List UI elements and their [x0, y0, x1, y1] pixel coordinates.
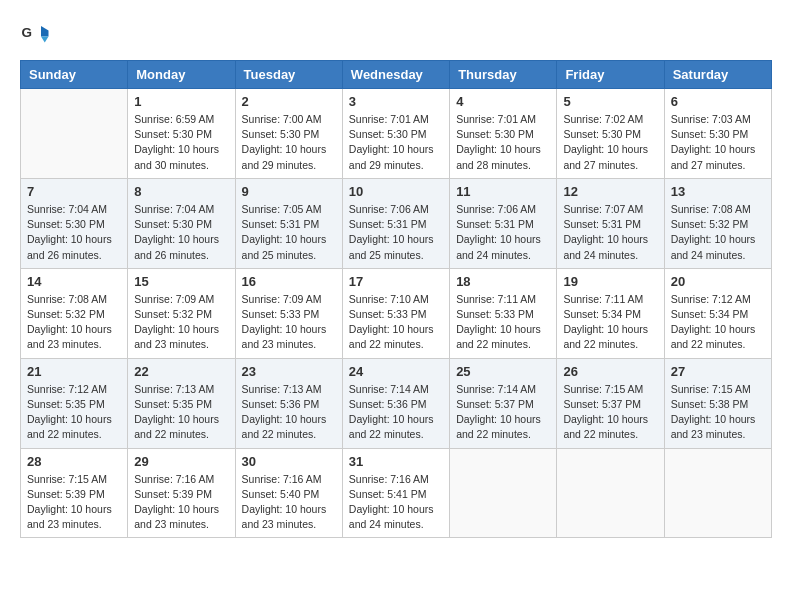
day-number: 9 [242, 184, 336, 199]
day-info: Sunrise: 7:05 AMSunset: 5:31 PMDaylight:… [242, 202, 336, 263]
day-info: Sunrise: 7:13 AMSunset: 5:36 PMDaylight:… [242, 382, 336, 443]
calendar-cell: 4Sunrise: 7:01 AMSunset: 5:30 PMDaylight… [450, 89, 557, 179]
calendar-week-row: 14Sunrise: 7:08 AMSunset: 5:32 PMDayligh… [21, 268, 772, 358]
calendar-cell: 28Sunrise: 7:15 AMSunset: 5:39 PMDayligh… [21, 448, 128, 538]
day-info: Sunrise: 7:04 AMSunset: 5:30 PMDaylight:… [27, 202, 121, 263]
day-info: Sunrise: 7:01 AMSunset: 5:30 PMDaylight:… [456, 112, 550, 173]
day-number: 29 [134, 454, 228, 469]
day-number: 8 [134, 184, 228, 199]
day-number: 31 [349, 454, 443, 469]
day-number: 24 [349, 364, 443, 379]
calendar-cell: 18Sunrise: 7:11 AMSunset: 5:33 PMDayligh… [450, 268, 557, 358]
day-number: 23 [242, 364, 336, 379]
weekday-header: Tuesday [235, 61, 342, 89]
calendar-cell: 2Sunrise: 7:00 AMSunset: 5:30 PMDaylight… [235, 89, 342, 179]
calendar-cell: 21Sunrise: 7:12 AMSunset: 5:35 PMDayligh… [21, 358, 128, 448]
day-info: Sunrise: 7:00 AMSunset: 5:30 PMDaylight:… [242, 112, 336, 173]
calendar-body: 1Sunrise: 6:59 AMSunset: 5:30 PMDaylight… [21, 89, 772, 538]
day-info: Sunrise: 7:01 AMSunset: 5:30 PMDaylight:… [349, 112, 443, 173]
day-number: 30 [242, 454, 336, 469]
day-info: Sunrise: 7:08 AMSunset: 5:32 PMDaylight:… [671, 202, 765, 263]
calendar-cell: 22Sunrise: 7:13 AMSunset: 5:35 PMDayligh… [128, 358, 235, 448]
calendar-week-row: 1Sunrise: 6:59 AMSunset: 5:30 PMDaylight… [21, 89, 772, 179]
calendar-cell: 16Sunrise: 7:09 AMSunset: 5:33 PMDayligh… [235, 268, 342, 358]
calendar-cell: 17Sunrise: 7:10 AMSunset: 5:33 PMDayligh… [342, 268, 449, 358]
calendar-week-row: 21Sunrise: 7:12 AMSunset: 5:35 PMDayligh… [21, 358, 772, 448]
day-number: 3 [349, 94, 443, 109]
day-number: 6 [671, 94, 765, 109]
svg-marker-1 [41, 26, 49, 37]
day-info: Sunrise: 6:59 AMSunset: 5:30 PMDaylight:… [134, 112, 228, 173]
calendar-cell: 11Sunrise: 7:06 AMSunset: 5:31 PMDayligh… [450, 178, 557, 268]
day-number: 20 [671, 274, 765, 289]
day-number: 21 [27, 364, 121, 379]
calendar-week-row: 28Sunrise: 7:15 AMSunset: 5:39 PMDayligh… [21, 448, 772, 538]
svg-marker-2 [41, 37, 49, 43]
day-info: Sunrise: 7:04 AMSunset: 5:30 PMDaylight:… [134, 202, 228, 263]
weekday-header: Wednesday [342, 61, 449, 89]
day-info: Sunrise: 7:15 AMSunset: 5:39 PMDaylight:… [27, 472, 121, 533]
calendar-cell: 26Sunrise: 7:15 AMSunset: 5:37 PMDayligh… [557, 358, 664, 448]
day-info: Sunrise: 7:14 AMSunset: 5:37 PMDaylight:… [456, 382, 550, 443]
calendar-cell [21, 89, 128, 179]
weekday-header: Monday [128, 61, 235, 89]
day-number: 15 [134, 274, 228, 289]
day-info: Sunrise: 7:07 AMSunset: 5:31 PMDaylight:… [563, 202, 657, 263]
day-info: Sunrise: 7:12 AMSunset: 5:34 PMDaylight:… [671, 292, 765, 353]
day-info: Sunrise: 7:16 AMSunset: 5:40 PMDaylight:… [242, 472, 336, 533]
day-number: 14 [27, 274, 121, 289]
calendar-cell: 25Sunrise: 7:14 AMSunset: 5:37 PMDayligh… [450, 358, 557, 448]
day-info: Sunrise: 7:08 AMSunset: 5:32 PMDaylight:… [27, 292, 121, 353]
day-number: 4 [456, 94, 550, 109]
calendar-cell: 9Sunrise: 7:05 AMSunset: 5:31 PMDaylight… [235, 178, 342, 268]
day-number: 22 [134, 364, 228, 379]
day-number: 13 [671, 184, 765, 199]
day-number: 12 [563, 184, 657, 199]
calendar-cell: 23Sunrise: 7:13 AMSunset: 5:36 PMDayligh… [235, 358, 342, 448]
day-info: Sunrise: 7:10 AMSunset: 5:33 PMDaylight:… [349, 292, 443, 353]
day-info: Sunrise: 7:09 AMSunset: 5:32 PMDaylight:… [134, 292, 228, 353]
day-number: 26 [563, 364, 657, 379]
day-info: Sunrise: 7:06 AMSunset: 5:31 PMDaylight:… [349, 202, 443, 263]
weekday-header: Friday [557, 61, 664, 89]
weekday-header: Saturday [664, 61, 771, 89]
calendar-header-row: SundayMondayTuesdayWednesdayThursdayFrid… [21, 61, 772, 89]
page-header: G [20, 20, 772, 50]
day-info: Sunrise: 7:12 AMSunset: 5:35 PMDaylight:… [27, 382, 121, 443]
calendar-cell: 15Sunrise: 7:09 AMSunset: 5:32 PMDayligh… [128, 268, 235, 358]
day-info: Sunrise: 7:09 AMSunset: 5:33 PMDaylight:… [242, 292, 336, 353]
day-info: Sunrise: 7:06 AMSunset: 5:31 PMDaylight:… [456, 202, 550, 263]
day-number: 5 [563, 94, 657, 109]
day-info: Sunrise: 7:11 AMSunset: 5:33 PMDaylight:… [456, 292, 550, 353]
day-number: 19 [563, 274, 657, 289]
calendar-cell: 19Sunrise: 7:11 AMSunset: 5:34 PMDayligh… [557, 268, 664, 358]
calendar-cell: 12Sunrise: 7:07 AMSunset: 5:31 PMDayligh… [557, 178, 664, 268]
day-number: 27 [671, 364, 765, 379]
calendar-cell: 7Sunrise: 7:04 AMSunset: 5:30 PMDaylight… [21, 178, 128, 268]
logo-icon: G [20, 20, 50, 50]
day-number: 17 [349, 274, 443, 289]
day-info: Sunrise: 7:15 AMSunset: 5:37 PMDaylight:… [563, 382, 657, 443]
day-info: Sunrise: 7:14 AMSunset: 5:36 PMDaylight:… [349, 382, 443, 443]
calendar-cell: 29Sunrise: 7:16 AMSunset: 5:39 PMDayligh… [128, 448, 235, 538]
weekday-header: Thursday [450, 61, 557, 89]
day-info: Sunrise: 7:02 AMSunset: 5:30 PMDaylight:… [563, 112, 657, 173]
svg-text:G: G [22, 25, 33, 40]
calendar-cell: 3Sunrise: 7:01 AMSunset: 5:30 PMDaylight… [342, 89, 449, 179]
calendar-cell [664, 448, 771, 538]
day-info: Sunrise: 7:03 AMSunset: 5:30 PMDaylight:… [671, 112, 765, 173]
calendar-cell: 13Sunrise: 7:08 AMSunset: 5:32 PMDayligh… [664, 178, 771, 268]
day-number: 7 [27, 184, 121, 199]
calendar-cell: 31Sunrise: 7:16 AMSunset: 5:41 PMDayligh… [342, 448, 449, 538]
calendar-cell: 20Sunrise: 7:12 AMSunset: 5:34 PMDayligh… [664, 268, 771, 358]
calendar-cell [557, 448, 664, 538]
calendar-cell: 5Sunrise: 7:02 AMSunset: 5:30 PMDaylight… [557, 89, 664, 179]
logo: G [20, 20, 54, 50]
day-number: 11 [456, 184, 550, 199]
day-info: Sunrise: 7:11 AMSunset: 5:34 PMDaylight:… [563, 292, 657, 353]
day-number: 10 [349, 184, 443, 199]
day-number: 18 [456, 274, 550, 289]
calendar-table: SundayMondayTuesdayWednesdayThursdayFrid… [20, 60, 772, 538]
day-number: 25 [456, 364, 550, 379]
calendar-cell: 1Sunrise: 6:59 AMSunset: 5:30 PMDaylight… [128, 89, 235, 179]
